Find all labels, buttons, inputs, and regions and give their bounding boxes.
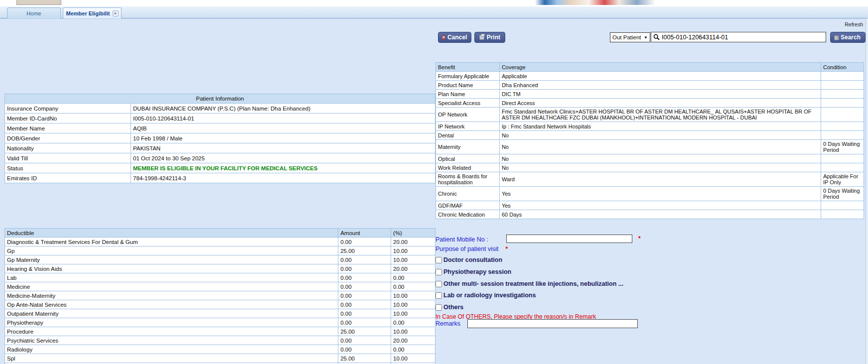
tab-member-eligibility[interactable]: Member Eligibilit × <box>63 7 122 18</box>
patient-field-value: DUBAI INSURANCE COMPANY (P.S.C) (Plan Na… <box>131 104 435 114</box>
table-row: Optical No <box>436 154 864 163</box>
deductible-percent-cell: 20.00 <box>391 238 435 246</box>
deductible-percent-cell: 20.00 <box>391 336 435 345</box>
table-row: Gp 25.00 10.00 <box>5 246 435 255</box>
table-row: OP Network Fmc Standard Network Clinics+… <box>436 108 864 122</box>
member-search-box <box>651 32 826 42</box>
coverage-cell: No <box>499 163 821 172</box>
table-row: Dental No <box>436 131 864 140</box>
purpose-required-asterisk: * <box>505 245 508 252</box>
coverage-cell: DIC TM <box>499 90 821 99</box>
coverage-cell: Applicable <box>499 72 821 81</box>
deductible-column-header: Deductible <box>5 229 338 238</box>
benefit-column-header: Benefit <box>436 63 500 72</box>
deductible-name-cell: Radiology <box>5 345 338 354</box>
benefit-header-row: Benefit Coverage Condition <box>436 63 864 72</box>
table-row: Chronic Yes 0 Days Waiting Period <box>436 187 864 201</box>
table-row: Diagnostic & Treatment Services For Dent… <box>5 238 435 246</box>
deductible-percent-cell: 20.00 <box>391 264 435 273</box>
benefit-cell: IP Network <box>436 122 500 131</box>
benefit-cell: Optical <box>436 154 500 163</box>
table-row: Insurance Company DUBAI INSURANCE COMPAN… <box>5 104 435 114</box>
deductible-percent-cell: 10.00 <box>391 291 435 300</box>
checkbox-label: Doctor consultation <box>443 256 502 263</box>
deductible-amount-cell: 0.00 <box>338 291 391 300</box>
table-row: Specialist Access Direct Access <box>436 99 864 108</box>
cancel-button[interactable]: × Cancel <box>438 32 471 43</box>
patient-field-label: Member ID-CardNo <box>5 114 131 123</box>
patient-field-value: I005-010-120643114-01 <box>131 114 435 123</box>
deductible-name-cell: Lab <box>5 273 338 282</box>
table-row: Op Ante-Natal Services 0.00 10.00 <box>5 300 435 309</box>
coverage-cell: No <box>499 140 821 154</box>
patient-mobile-input[interactable] <box>506 235 632 243</box>
benefit-cell: Chronic Medication <box>436 210 500 219</box>
physiotherapy-session-checkbox[interactable] <box>435 269 442 275</box>
condition-cell <box>821 72 864 81</box>
table-row: Gp Maternity 0.00 10.00 <box>5 255 435 264</box>
purpose-option-others: Others <box>435 304 463 311</box>
magnifier-icon <box>653 34 660 40</box>
deductible-percent-cell: 10.00 <box>391 255 435 264</box>
coverage-cell: Direct Access <box>499 99 821 108</box>
deductible-amount-cell: 0.00 <box>338 238 391 246</box>
condition-cell <box>821 163 864 172</box>
patient-field-label: Nationality <box>5 143 131 153</box>
search-button[interactable]: Search <box>830 32 866 43</box>
benefit-coverage-table: Benefit Coverage Condition Formulary App… <box>435 62 864 219</box>
deductible-name-cell: Gp Maternity <box>5 255 338 264</box>
table-row: Procedure 25.00 10.00 <box>5 327 435 336</box>
deductible-name-cell: Medicine <box>5 282 338 291</box>
refresh-link[interactable]: Refresh <box>845 21 863 27</box>
remarks-input[interactable] <box>467 319 638 328</box>
table-row: Work Related No <box>436 163 864 172</box>
visit-type-select[interactable]: Out Patient ▼ <box>610 32 650 42</box>
print-button[interactable]: Print <box>474 32 505 43</box>
member-search-input[interactable] <box>662 34 824 41</box>
patient-field-value: AQIB <box>131 123 435 133</box>
lab-radiology-checkbox[interactable] <box>435 292 442 299</box>
deductible-amount-cell: 0.00 <box>338 273 391 282</box>
patient-field-label: Status <box>5 163 131 173</box>
deductible-name-cell: Hearing & Vision Aids <box>5 264 338 273</box>
benefit-cell: Chronic <box>436 187 500 201</box>
tab-close-icon[interactable]: × <box>113 10 119 16</box>
condition-cell <box>821 131 864 140</box>
cancel-button-label: Cancel <box>447 34 467 41</box>
coverage-column-header: Coverage <box>499 63 821 72</box>
deductible-name-cell: Diagnostic & Treatment Services For Dent… <box>5 238 338 246</box>
deductible-percent-cell: 10.00 <box>391 246 435 255</box>
others-checkbox[interactable] <box>435 304 442 311</box>
patient-visit-form: Patient Mobile No : * Purpose of patient… <box>435 235 675 339</box>
benefit-cell: GDF/MAF <box>436 201 500 210</box>
checkbox-label: Other multi- session treatment like inje… <box>443 280 623 287</box>
content-area: Refresh × Cancel Print Out Patient ▼ Sea… <box>0 18 868 364</box>
deductible-amount-cell: 0.00 <box>338 282 391 291</box>
other-multi-session-checkbox[interactable] <box>435 281 442 287</box>
deductible-percent-cell: 10.00 <box>391 354 435 363</box>
deductible-percent-cell: 10.00 <box>391 309 435 318</box>
remarks-row: Remarks <box>435 320 460 327</box>
coverage-cell: Yes <box>499 201 821 210</box>
purpose-option-physiotherapy-session: Physiotherapy session <box>435 268 511 275</box>
deductible-name-cell: Physiotherapy <box>5 318 338 327</box>
background-window-fragment <box>16 0 61 5</box>
right-scroll-strip[interactable] <box>866 18 868 364</box>
patient-field-label: Insurance Company <box>5 104 131 114</box>
table-row: Psychiatric Services 0.00 20.00 <box>5 336 435 345</box>
deductible-percent-cell: 0.00 <box>391 345 435 354</box>
chevron-down-icon: ▼ <box>644 35 648 40</box>
patient-information-table: Patient Information Insurance Company DU… <box>4 94 435 183</box>
patient-information-title: Patient Information <box>4 94 435 103</box>
deductible-percent-cell: 10.00 <box>391 327 435 336</box>
purpose-row: Purpose of patient visit * <box>435 245 508 252</box>
patient-field-label: Emirates ID <box>5 173 131 183</box>
deductible-name-cell: Op Ante-Natal Services <box>5 300 338 309</box>
table-row: Valid Till 01 Oct 2024 to 30 Sep 2025 <box>5 153 435 163</box>
patient-field-value: 784-1998-4242114-3 <box>131 173 435 183</box>
table-row: Outpatient Maternity 0.00 10.00 <box>5 309 435 318</box>
doctor-consultation-checkbox[interactable] <box>435 257 442 263</box>
coverage-cell: 60 Days <box>499 210 821 219</box>
tab-home-label: Home <box>26 10 41 16</box>
tab-home[interactable]: Home <box>7 7 61 18</box>
